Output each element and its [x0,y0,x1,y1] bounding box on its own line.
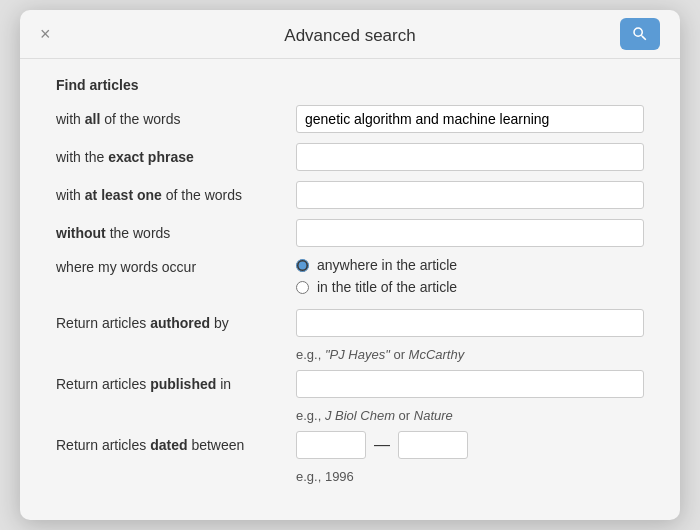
radio-anywhere[interactable] [296,259,309,272]
dated-row: Return articles dated between — [56,431,644,459]
date-range: — [296,431,468,459]
date-dash: — [374,436,390,454]
dated-hint: e.g., 1996 [296,469,644,484]
search-button[interactable] [620,18,660,50]
without-row: without the words [56,219,644,247]
date-from-input[interactable] [296,431,366,459]
without-input[interactable] [296,219,644,247]
all-words-input[interactable] [296,105,644,133]
dialog-title: Advanced search [284,26,415,46]
radio-title-text: in the title of the article [317,279,457,295]
at-least-one-row: with at least one of the words [56,181,644,209]
at-least-one-input[interactable] [296,181,644,209]
authored-label: Return articles authored by [56,315,296,331]
all-words-label: with all of the words [56,111,296,127]
where-words-label: where my words occur [56,257,296,275]
radio-anywhere-text: anywhere in the article [317,257,457,273]
find-articles-label: Find articles [56,77,644,93]
exact-phrase-input[interactable] [296,143,644,171]
exact-phrase-row: with the exact phrase [56,143,644,171]
advanced-search-dialog: × Advanced search Find articles with all… [20,10,680,520]
close-button[interactable]: × [40,25,51,43]
dialog-body: Find articles with all of the words with… [20,59,680,484]
radio-title-label[interactable]: in the title of the article [296,279,457,295]
published-input[interactable] [296,370,644,398]
radio-title[interactable] [296,281,309,294]
published-hint: e.g., J Biol Chem or Nature [296,408,644,423]
without-label: without the words [56,225,296,241]
authored-row: Return articles authored by [56,309,644,337]
exact-phrase-label: with the exact phrase [56,149,296,165]
where-words-row: where my words occur anywhere in the art… [56,257,644,295]
dated-label: Return articles dated between [56,437,296,453]
published-label: Return articles published in [56,376,296,392]
published-row: Return articles published in [56,370,644,398]
radio-anywhere-label[interactable]: anywhere in the article [296,257,457,273]
date-to-input[interactable] [398,431,468,459]
authored-input[interactable] [296,309,644,337]
all-words-row: with all of the words [56,105,644,133]
search-icon [631,25,649,43]
authored-hint: e.g., "PJ Hayes" or McCarthy [296,347,644,362]
at-least-one-label: with at least one of the words [56,187,296,203]
dialog-header: × Advanced search [20,10,680,59]
where-words-radio-group: anywhere in the article in the title of … [296,257,457,295]
